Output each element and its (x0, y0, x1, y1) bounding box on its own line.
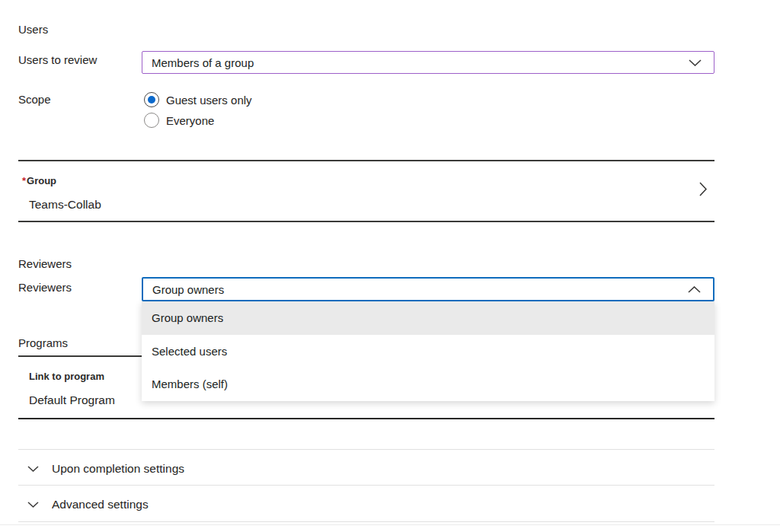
group-field-label-row: * Group (22, 175, 56, 186)
group-label: Group (27, 175, 56, 186)
dropdown-option-members-self[interactable]: Members (self) (142, 368, 714, 401)
chevron-right-icon[interactable] (699, 182, 707, 196)
reviewers-select[interactable]: Group owners (142, 277, 714, 301)
chevron-down-icon (27, 502, 39, 508)
divider (18, 449, 714, 450)
divider (18, 221, 714, 222)
required-asterisk: * (22, 175, 26, 186)
divider (0, 524, 780, 525)
advanced-settings-toggle[interactable]: Advanced settings (27, 496, 149, 513)
scope-label: Scope (18, 93, 51, 106)
option-label: Selected users (152, 345, 227, 358)
collapse-section-label: Advanced settings (52, 498, 149, 511)
radio-everyone[interactable]: Everyone (144, 113, 214, 128)
reviewers-selected-value: Group owners (143, 283, 688, 296)
chevron-up-icon (688, 286, 713, 293)
radio-unselected-icon (144, 113, 159, 128)
collapse-section-label: Upon completion settings (52, 462, 184, 476)
divider (18, 485, 714, 486)
users-section-heading: Users (18, 23, 48, 36)
radio-label: Everyone (166, 114, 214, 127)
chevron-down-icon (689, 59, 714, 66)
reviewers-section-heading: Reviewers (18, 257, 72, 270)
group-value: Teams-Collab (29, 198, 101, 212)
programs-section-heading: Programs (18, 336, 68, 349)
dropdown-option-selected-users[interactable]: Selected users (142, 335, 714, 368)
users-to-review-value: Members of a group (142, 56, 689, 69)
users-to-review-label: Users to review (18, 53, 97, 66)
access-review-form: Users Users to review Members of a group… (0, 0, 780, 532)
reviewers-field-label: Reviewers (18, 281, 72, 294)
link-to-program-value[interactable]: Default Program (29, 393, 115, 407)
divider (18, 418, 714, 419)
radio-selected-icon (144, 92, 159, 107)
radio-label: Guest users only (166, 94, 252, 107)
dropdown-option-group-owners[interactable]: Group owners (142, 301, 714, 335)
radio-guest-users-only[interactable]: Guest users only (144, 92, 252, 107)
reviewers-dropdown-menu: Group owners Selected users Members (sel… (142, 301, 714, 401)
option-label: Members (self) (152, 377, 228, 390)
divider (18, 160, 714, 161)
chevron-down-icon (27, 466, 39, 472)
divider (18, 521, 714, 522)
option-label: Group owners (152, 311, 223, 324)
link-to-program-label: Link to program (29, 371, 104, 382)
users-to-review-select[interactable]: Members of a group (142, 51, 714, 74)
upon-completion-settings-toggle[interactable]: Upon completion settings (27, 460, 184, 477)
